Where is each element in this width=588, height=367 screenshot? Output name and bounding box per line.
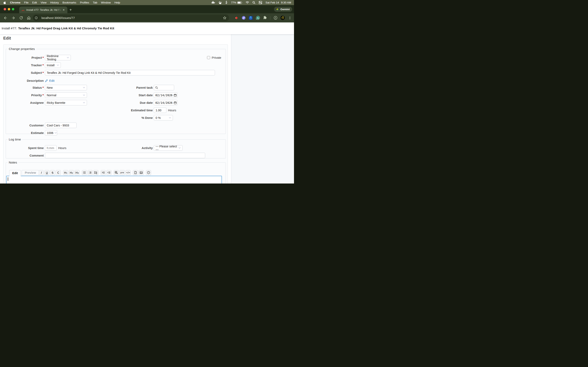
- menu-edit[interactable]: Edit: [30, 1, 39, 4]
- menu-profiles[interactable]: Profiles: [78, 1, 91, 4]
- done-select[interactable]: 0 %: [154, 115, 173, 120]
- extensions-puzzle-icon[interactable]: [263, 16, 267, 20]
- gemini-button[interactable]: Gemini: [274, 7, 292, 12]
- subject-input[interactable]: [45, 70, 215, 75]
- parent-task-label: Parent task: [6, 86, 154, 89]
- forward-button[interactable]: [9, 16, 17, 20]
- project-row: Project* Redmine Testing: [6, 55, 71, 60]
- chevron-down-icon: [177, 147, 181, 149]
- description-label: Description: [6, 79, 45, 82]
- estimated-time-input[interactable]: [154, 108, 166, 113]
- due-date-input[interactable]: 02/14/2026: [154, 100, 177, 105]
- bookmark-star-icon[interactable]: [223, 16, 227, 20]
- unordered-list-icon: [83, 171, 86, 174]
- subject-label: Subject*: [6, 71, 45, 75]
- window-minimize-button[interactable]: [8, 8, 10, 10]
- link-document-button[interactable]: ∞: [133, 170, 138, 175]
- menu-chrome[interactable]: Chrome: [8, 1, 22, 4]
- heading1-button[interactable]: H₁: [63, 170, 68, 175]
- help-icon: ?: [147, 171, 150, 174]
- parent-task-input[interactable]: [154, 85, 174, 90]
- insert-image-button[interactable]: [139, 170, 144, 175]
- chrome-menu-icon[interactable]: [288, 16, 292, 20]
- menubar-clock[interactable]: Sat Feb 14 9:30 AM: [265, 1, 291, 4]
- spotlight-search-icon[interactable]: [252, 1, 255, 4]
- site-info-icon[interactable]: [34, 15, 39, 21]
- customer-row: Customer: [6, 123, 77, 128]
- menu-window[interactable]: Window: [99, 1, 112, 4]
- url-text[interactable]: localhost:3000/issues/77: [42, 16, 75, 20]
- notes-tab-edit[interactable]: Edit: [9, 170, 21, 176]
- home-button[interactable]: [25, 16, 33, 20]
- browser-tab[interactable]: Install #77: Teraflex Jk: Hd Fo ✕: [19, 7, 67, 13]
- macos-menubar: Chrome File Edit View History Bookmarks …: [0, 0, 294, 5]
- new-tab-button[interactable]: +: [69, 8, 72, 12]
- battery-indicator[interactable]: 77%: [231, 1, 242, 4]
- apple-menu-icon[interactable]: [3, 1, 6, 4]
- menubar-extra-icon-1[interactable]: [218, 1, 222, 4]
- address-bar[interactable]: localhost:3000/issues/77: [33, 15, 229, 21]
- unordered-list-button[interactable]: [82, 170, 87, 175]
- battery-percent: 77%: [231, 1, 236, 4]
- issue-title: Teraflex Jk: Hd Forged Drag Link Kit & H…: [18, 26, 114, 30]
- customer-input[interactable]: [45, 123, 77, 128]
- grammarly-extension-icon[interactable]: G: [256, 16, 260, 20]
- private-checkbox[interactable]: [207, 56, 210, 59]
- tab-close-icon[interactable]: ✕: [62, 8, 65, 11]
- tracker-select[interactable]: Install: [45, 62, 61, 68]
- menu-tab[interactable]: Tab: [91, 1, 99, 4]
- underline-button[interactable]: U: [44, 170, 49, 175]
- code-block-button[interactable]: </>: [126, 170, 131, 175]
- definition-list-button[interactable]: [93, 170, 98, 175]
- activity-select[interactable]: --- Please select ---: [154, 145, 182, 151]
- extension-icon-1[interactable]: [234, 16, 238, 20]
- search-icon: [155, 86, 158, 89]
- extension-icon-3[interactable]: [249, 16, 253, 20]
- document-link-icon: ∞: [134, 171, 137, 174]
- calendar-icon[interactable]: [174, 94, 177, 97]
- menu-help[interactable]: Help: [112, 1, 122, 4]
- description-edit-link[interactable]: Edit: [49, 79, 54, 82]
- chevron-down-icon: [56, 64, 59, 66]
- profile-avatar[interactable]: Barrette: [281, 16, 285, 20]
- reload-button[interactable]: [17, 16, 25, 20]
- unquote-button[interactable]: [106, 170, 112, 175]
- blockquote-button[interactable]: [101, 170, 106, 175]
- heading3-button[interactable]: H₃: [75, 170, 80, 175]
- svg-text:?: ?: [148, 172, 149, 174]
- calendar-icon[interactable]: [174, 101, 177, 104]
- back-button[interactable]: [2, 16, 9, 20]
- estimate-select[interactable]: 1006: [45, 130, 57, 136]
- menubar-extra-icon-2[interactable]: [225, 1, 228, 4]
- window-close-button[interactable]: [4, 8, 6, 10]
- italic-button[interactable]: I: [39, 170, 44, 175]
- hours-label: Hours: [168, 108, 176, 112]
- due-date-label: Due date: [6, 101, 154, 104]
- control-center-icon[interactable]: [259, 1, 262, 4]
- extension-icon-2[interactable]: [242, 16, 246, 20]
- docker-menubar-icon[interactable]: [211, 1, 215, 4]
- menu-file[interactable]: File: [22, 1, 30, 4]
- help-button[interactable]: ?: [146, 170, 151, 175]
- notes-tab-preview[interactable]: Preview: [22, 170, 39, 175]
- battery-saver-icon[interactable]: [273, 16, 277, 20]
- notes-textarea[interactable]: [6, 176, 222, 184]
- project-select[interactable]: Redmine Testing: [45, 55, 71, 60]
- page-title: Edit: [3, 36, 11, 41]
- menu-history[interactable]: History: [48, 1, 61, 4]
- subject-row: Subject*: [6, 70, 215, 75]
- ordered-list-button[interactable]: 12: [87, 170, 93, 175]
- menu-bookmarks[interactable]: Bookmarks: [61, 1, 78, 4]
- heading2-button[interactable]: H₂: [69, 170, 74, 175]
- svg-text:2: 2: [89, 173, 90, 174]
- comment-input[interactable]: [45, 153, 205, 158]
- inline-code-button[interactable]: C: [56, 170, 61, 175]
- start-date-input[interactable]: 02/14/2026: [154, 92, 177, 98]
- table-button[interactable]: [114, 170, 119, 175]
- wifi-icon[interactable]: [246, 1, 249, 4]
- preformatted-button[interactable]: pre: [120, 170, 125, 175]
- issue-id: Install #77:: [2, 26, 17, 30]
- strikethrough-button[interactable]: S: [50, 170, 55, 175]
- window-zoom-button[interactable]: [12, 8, 14, 10]
- menu-view[interactable]: View: [39, 1, 48, 4]
